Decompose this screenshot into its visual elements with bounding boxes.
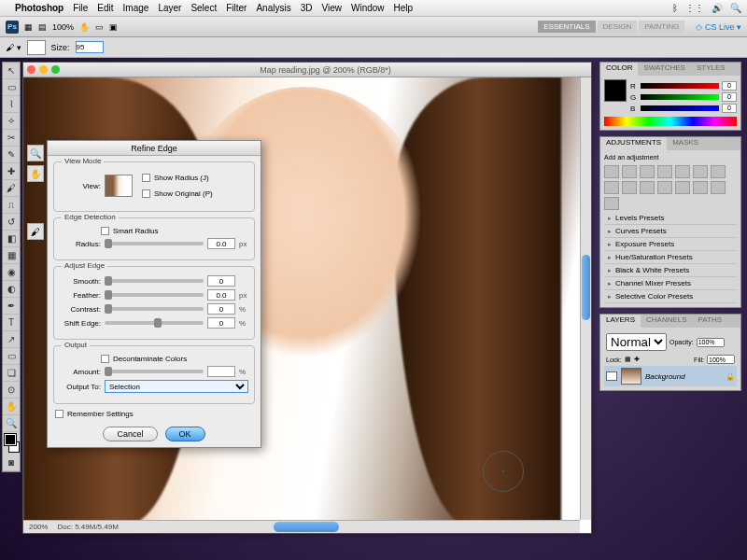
- workspace-essentials[interactable]: ESSENTIALS: [538, 21, 595, 33]
- preset-chanmix[interactable]: ▸Channel Mixer Presets: [604, 277, 737, 290]
- pen-tool[interactable]: ✒: [3, 298, 20, 315]
- shift-input[interactable]: [207, 317, 235, 329]
- r-slider[interactable]: [641, 83, 719, 89]
- tab-channels[interactable]: CHANNELS: [641, 315, 693, 328]
- chanmix-icon[interactable]: [640, 181, 655, 194]
- minimize-icon[interactable]: [39, 65, 48, 74]
- remember-checkbox[interactable]: [55, 410, 63, 418]
- volume-icon[interactable]: 🔊: [712, 3, 723, 13]
- menu-help[interactable]: Help: [394, 3, 414, 13]
- amount-slider[interactable]: [105, 370, 204, 373]
- app-name[interactable]: Photoshop: [15, 3, 63, 13]
- scroll-thumb[interactable]: [582, 255, 590, 320]
- refine-edge-dialog[interactable]: 🔍 ✋ 🖌 Refine Edge View Mode View: Show R…: [47, 140, 261, 448]
- wifi-icon[interactable]: ⋮⋮: [685, 3, 704, 13]
- status-doc[interactable]: Doc: 5.49M/5.49M: [57, 523, 118, 531]
- gradmap-icon[interactable]: [711, 181, 726, 194]
- lock-pixels-icon[interactable]: ▦: [625, 356, 631, 363]
- quickselect-tool[interactable]: ✧: [3, 113, 20, 130]
- preset-selcolor[interactable]: ▸Selective Color Presets: [604, 290, 737, 303]
- 3d-tool[interactable]: ❏: [3, 365, 20, 382]
- quickmask-tool[interactable]: ◙: [3, 455, 20, 471]
- levels-icon[interactable]: [622, 165, 637, 178]
- close-icon[interactable]: [27, 65, 35, 74]
- refine-brush-tool[interactable]: 🖌: [27, 223, 44, 240]
- tab-adjustments[interactable]: ADJUSTMENTS: [600, 137, 667, 150]
- preset-levels[interactable]: ▸Levels Presets: [604, 212, 737, 225]
- bridge-icon[interactable]: ▦: [24, 22, 33, 32]
- b-slider[interactable]: [641, 105, 719, 111]
- dialog-title[interactable]: Refine Edge: [48, 141, 261, 156]
- brush-tool[interactable]: 🖌: [3, 180, 20, 197]
- eraser-tool[interactable]: ◧: [3, 231, 20, 247]
- poster-icon[interactable]: [675, 181, 690, 194]
- bluetooth-icon[interactable]: ᛒ: [672, 3, 678, 13]
- decontaminate-checkbox[interactable]: [101, 355, 109, 363]
- visibility-icon[interactable]: [606, 371, 617, 381]
- color-swatch[interactable]: [3, 432, 20, 455]
- spotlight-icon[interactable]: 🔍: [730, 3, 741, 13]
- menu-edit[interactable]: Edit: [97, 3, 113, 13]
- scrollbar-vertical[interactable]: [580, 77, 591, 520]
- tab-styles[interactable]: STYLES: [691, 63, 731, 76]
- radius-input[interactable]: [207, 238, 235, 249]
- minibr-icon[interactable]: ▤: [38, 22, 47, 32]
- healing-tool[interactable]: ✚: [3, 163, 20, 180]
- ok-button[interactable]: OK: [165, 427, 205, 441]
- invert-icon[interactable]: [657, 181, 672, 194]
- view-thumb[interactable]: [105, 175, 133, 197]
- menu-layer[interactable]: Layer: [158, 3, 181, 13]
- crop-tool[interactable]: ✂: [3, 130, 20, 147]
- smooth-slider[interactable]: [105, 279, 204, 283]
- smooth-input[interactable]: [207, 275, 235, 287]
- r-value[interactable]: 0: [722, 81, 737, 91]
- marquee-tool[interactable]: ▭: [3, 79, 20, 96]
- dodge-tool[interactable]: ◐: [3, 281, 20, 298]
- feather-input[interactable]: [207, 289, 235, 301]
- blur-tool[interactable]: ◉: [3, 264, 20, 281]
- fg-color[interactable]: [5, 434, 16, 445]
- workspace-painting[interactable]: PAINTING: [639, 21, 684, 33]
- quickselect-icon[interactable]: 🖌 ▾: [6, 43, 21, 52]
- size-input[interactable]: [76, 41, 104, 53]
- smart-radius-checkbox[interactable]: [101, 227, 109, 235]
- show-original-checkbox[interactable]: [142, 189, 150, 198]
- menu-file[interactable]: File: [73, 3, 88, 13]
- contrast-slider[interactable]: [105, 307, 204, 311]
- amount-input[interactable]: [207, 366, 235, 377]
- path-tool[interactable]: ↗: [3, 331, 20, 348]
- layer-name[interactable]: Background: [645, 372, 685, 381]
- scrollbar-horizontal[interactable]: 200% Doc: 5.49M/5.49M: [23, 520, 580, 533]
- colorbal-icon[interactable]: [711, 165, 726, 178]
- tab-masks[interactable]: MASKS: [667, 137, 704, 150]
- 3dcam-tool[interactable]: ⊙: [3, 382, 20, 399]
- selcolor-icon[interactable]: [604, 197, 619, 210]
- preset-bw[interactable]: ▸Black & White Presets: [604, 264, 737, 277]
- opacity-input[interactable]: [697, 338, 725, 347]
- hand-icon[interactable]: ✋: [79, 22, 90, 32]
- show-radius-checkbox[interactable]: [142, 174, 150, 182]
- hand-dlg-tool[interactable]: ✋: [27, 165, 44, 182]
- shape-tool[interactable]: ▭: [3, 348, 20, 365]
- zoom-value[interactable]: 100%: [52, 22, 74, 32]
- g-slider[interactable]: [641, 94, 719, 100]
- doc-titlebar[interactable]: Map reading.jpg @ 200% (RGB/8*): [23, 63, 591, 77]
- hand-tool[interactable]: ✋: [3, 399, 20, 415]
- menu-image[interactable]: Image: [123, 3, 149, 13]
- g-value[interactable]: 0: [722, 92, 737, 102]
- workspace-design[interactable]: DESIGN: [598, 21, 638, 33]
- menu-3d[interactable]: 3D: [301, 3, 313, 13]
- color-swatch[interactable]: [604, 79, 627, 102]
- b-value[interactable]: 0: [722, 104, 737, 113]
- hue-icon[interactable]: [693, 165, 708, 178]
- tab-swatches[interactable]: SWATCHES: [638, 63, 690, 76]
- vibrance-icon[interactable]: [675, 165, 690, 178]
- layer-row[interactable]: Background 🔒: [604, 366, 737, 386]
- tab-paths[interactable]: PATHS: [693, 315, 727, 328]
- type-tool[interactable]: T: [3, 315, 20, 331]
- menu-view[interactable]: View: [321, 3, 342, 13]
- history-tool[interactable]: ↺: [3, 214, 20, 231]
- eyedropper-tool[interactable]: ✎: [3, 147, 20, 163]
- zoom-tool[interactable]: 🔍: [3, 415, 20, 432]
- contrast-input[interactable]: [207, 303, 235, 315]
